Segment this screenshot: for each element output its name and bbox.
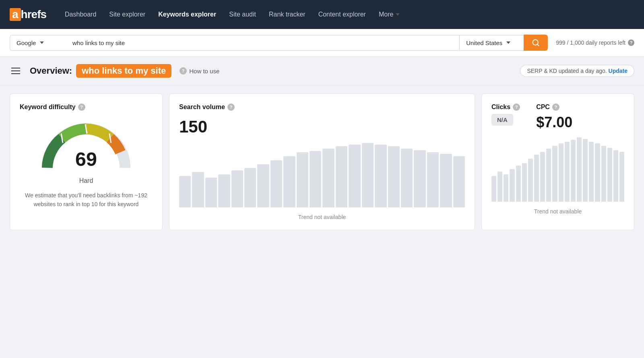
cpc-help-icon[interactable]: ? bbox=[552, 103, 559, 111]
bar bbox=[375, 145, 386, 207]
bar bbox=[283, 156, 295, 207]
reports-help-icon[interactable]: ? bbox=[628, 39, 634, 46]
nav-content-explorer[interactable]: Content explorer bbox=[313, 8, 372, 21]
bar bbox=[534, 155, 539, 202]
cpc-trend-chart bbox=[491, 137, 624, 202]
gauge-container: 69 Hard bbox=[20, 117, 153, 184]
bar bbox=[440, 154, 452, 207]
nav-more[interactable]: More bbox=[373, 8, 405, 21]
clicks-help-icon[interactable]: ? bbox=[513, 103, 520, 111]
main-content: Keyword difficulty ? 69 bbox=[0, 85, 644, 238]
bar bbox=[297, 152, 308, 207]
bar bbox=[583, 139, 588, 202]
sv-trend-chart bbox=[179, 143, 465, 207]
bar bbox=[270, 160, 282, 207]
kd-help-icon[interactable]: ? bbox=[78, 103, 85, 111]
navbar: a hrefs Dashboard Site explorer Keywords… bbox=[0, 0, 644, 29]
bar bbox=[619, 152, 624, 202]
bar bbox=[601, 146, 606, 202]
bar bbox=[516, 166, 521, 202]
bar bbox=[427, 152, 439, 207]
bar bbox=[565, 142, 570, 202]
sv-trend-label: Trend not available bbox=[179, 211, 465, 220]
bar bbox=[497, 172, 502, 202]
engine-label: Google bbox=[17, 39, 36, 46]
bar bbox=[510, 169, 514, 202]
overview-bar: Overview: who links to my site ? How to … bbox=[0, 57, 644, 85]
bar bbox=[310, 151, 321, 207]
clicks-card-title: Clicks ? bbox=[491, 103, 520, 111]
how-to-use-icon: ? bbox=[180, 67, 187, 74]
nav-rank-tracker[interactable]: Rank tracker bbox=[263, 8, 311, 21]
country-select[interactable]: United States bbox=[459, 35, 524, 51]
nav-links: Dashboard Site explorer Keywords explore… bbox=[59, 8, 634, 21]
bar bbox=[322, 149, 334, 207]
bar bbox=[613, 150, 618, 202]
reports-left: 999 / 1,000 daily reports left ? bbox=[556, 39, 634, 46]
bar bbox=[559, 143, 564, 202]
bar bbox=[595, 143, 600, 202]
bar bbox=[414, 150, 425, 207]
bar bbox=[336, 146, 347, 207]
clicks-section: Clicks ? N/A bbox=[491, 103, 520, 131]
bar bbox=[522, 163, 527, 202]
search-button[interactable] bbox=[524, 35, 548, 51]
country-label: United States bbox=[466, 39, 502, 46]
overview-title: Overview: who links to my site bbox=[30, 64, 171, 78]
update-link[interactable]: Update bbox=[609, 68, 627, 74]
bar bbox=[528, 159, 533, 202]
kd-card-title: Keyword difficulty ? bbox=[20, 103, 153, 111]
nav-site-explorer[interactable]: Site explorer bbox=[103, 8, 151, 21]
bar bbox=[231, 170, 243, 207]
bar bbox=[218, 174, 230, 207]
bar bbox=[205, 178, 217, 207]
hamburger-icon[interactable] bbox=[10, 66, 22, 76]
sv-help-icon[interactable]: ? bbox=[227, 103, 235, 111]
logo-a-letter: a bbox=[10, 8, 21, 21]
engine-chevron-icon bbox=[40, 41, 44, 44]
nav-dashboard[interactable]: Dashboard bbox=[59, 8, 102, 21]
country-chevron-icon bbox=[506, 41, 510, 44]
search-volume-card: Search volume ? 150 Trend not available bbox=[169, 93, 475, 230]
bar bbox=[589, 142, 594, 202]
bar bbox=[491, 176, 496, 202]
bar bbox=[362, 143, 374, 207]
cpc-trend-label: Trend not available bbox=[491, 205, 624, 215]
clicks-cpc-card: Clicks ? N/A CPC ? $7.00 Trend not avail… bbox=[481, 93, 634, 230]
cpc-value: $7.00 bbox=[536, 114, 572, 131]
bar bbox=[179, 176, 191, 207]
logo[interactable]: a hrefs bbox=[10, 8, 46, 21]
clicks-cpc-top: Clicks ? N/A CPC ? $7.00 bbox=[491, 103, 624, 131]
update-badge: SERP & KD updated a day ago. Update bbox=[520, 65, 634, 77]
bar bbox=[571, 140, 576, 202]
sv-value: 150 bbox=[179, 117, 465, 137]
logo-hrefs-text: hrefs bbox=[21, 8, 46, 21]
nav-site-audit[interactable]: Site audit bbox=[223, 8, 262, 21]
svg-text:69: 69 bbox=[75, 148, 97, 170]
bar bbox=[577, 137, 582, 202]
kd-description: We estimate that you'll need backlinks f… bbox=[20, 191, 153, 209]
bar bbox=[540, 152, 545, 202]
clicks-value: N/A bbox=[491, 114, 513, 126]
nav-keywords-explorer[interactable]: Keywords explorer bbox=[153, 8, 222, 21]
sv-card-title: Search volume ? bbox=[179, 103, 465, 111]
bar bbox=[552, 146, 557, 202]
bar bbox=[504, 174, 508, 202]
chevron-down-icon bbox=[396, 13, 400, 16]
bar bbox=[388, 146, 400, 207]
bar bbox=[244, 168, 256, 207]
engine-select[interactable]: Google bbox=[10, 35, 66, 51]
bar bbox=[546, 149, 551, 202]
kd-label: Hard bbox=[79, 177, 93, 184]
svg-line-1 bbox=[537, 44, 539, 46]
how-to-use-button[interactable]: ? How to use bbox=[180, 67, 219, 74]
search-input[interactable] bbox=[66, 35, 459, 51]
bar bbox=[192, 172, 204, 207]
search-bar: Google United States 999 / 1,000 daily r… bbox=[0, 29, 644, 57]
gauge-chart: 69 bbox=[34, 117, 138, 176]
cpc-section: CPC ? $7.00 bbox=[536, 103, 572, 131]
bar bbox=[401, 149, 413, 207]
search-icon bbox=[532, 39, 540, 47]
bar bbox=[607, 148, 612, 202]
bar bbox=[257, 164, 269, 207]
